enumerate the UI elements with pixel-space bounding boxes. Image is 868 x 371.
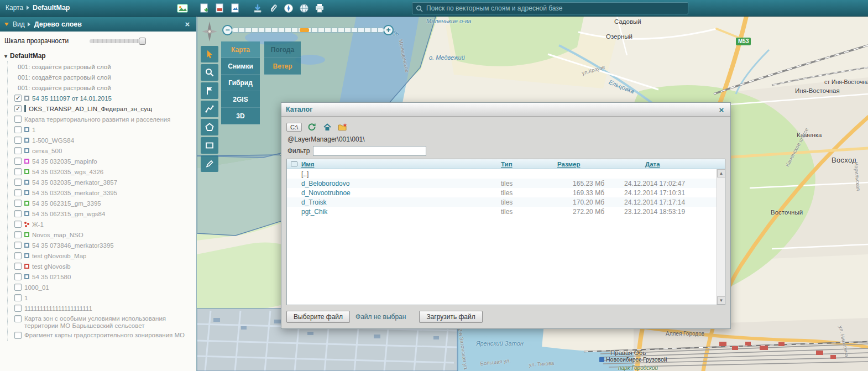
draw-tool-button[interactable] [201,155,218,172]
new-folder-icon[interactable] [337,122,348,132]
layer-item[interactable]: 54 35 032035_merkator_3857 [13,177,194,187]
layer-checkbox[interactable] [14,95,22,102]
layer-item[interactable]: 54 35 032035_merkator_3395 [13,187,194,198]
column-sort-link[interactable]: Дата [645,161,660,168]
screenshot-icon[interactable] [175,1,190,15]
rectangle-tool-button[interactable] [201,137,218,154]
layer-item[interactable]: 54 35 062315_gm_wgs84 [13,208,194,219]
layer-checkbox[interactable] [14,116,22,123]
export-pdf-icon[interactable] [212,1,228,15]
layer-item[interactable]: 1-500_WGS84 [13,135,194,145]
collapse-panel-icon[interactable] [4,23,9,26]
layer-checkbox[interactable] [14,273,22,280]
compass-icon[interactable] [281,1,296,15]
layer-item[interactable]: OKS_TRANSP_AD_LIN_Федерал_зн_сущ [13,103,194,114]
layer-item[interactable]: 54 35 032035_mapinfo [13,156,194,166]
zoom-in-button[interactable] [383,25,394,35]
layer-item[interactable]: Novos_map_NSO [13,229,194,240]
layer-checkbox[interactable] [14,179,22,186]
layer-checkbox[interactable] [14,147,22,154]
layer-checkbox[interactable] [14,200,22,207]
layer-item[interactable]: 54 35 021580 [13,271,194,282]
measure-tool-button[interactable] [201,101,218,117]
basemap-button[interactable]: Карта [221,41,260,58]
upload-file-button[interactable]: Загрузить файл [419,311,482,323]
flag-tool-button[interactable] [201,82,218,99]
scroll-down-arrow[interactable] [717,296,725,305]
export-image-icon[interactable] [228,1,243,15]
layer-checkbox[interactable] [14,189,22,196]
layer-item[interactable]: Карта зон с особыми условиями использова… [13,313,194,330]
overlay-button[interactable]: Ветер [264,58,301,75]
layer-item[interactable]: test gNovosib_Map [13,250,194,261]
search-input[interactable] [426,4,684,12]
layer-checkbox[interactable] [14,294,22,301]
layer-checkbox[interactable] [14,231,22,238]
save-icon[interactable] [197,1,212,15]
layer-item[interactable]: 1000_01 [13,282,194,292]
layer-item[interactable]: 001: создаётся растровый слой [13,72,194,82]
polygon-tool-button[interactable] [201,119,218,135]
layer-item[interactable]: Карата территориального развития и рассе… [13,114,194,124]
column-sort-link[interactable]: Имя [301,161,314,168]
layer-item[interactable]: сетка_500 [13,145,194,156]
layer-item[interactable]: 54 35 111097 от 14.01.2015 [13,93,194,103]
attach-icon[interactable] [265,1,281,15]
layer-item[interactable]: Ж-1 [13,219,194,229]
layer-item[interactable]: Фрагмент карты градостроительного зониро… [13,330,194,341]
layer-item[interactable]: 001: создаётся растровый слой [13,82,194,93]
choose-file-button[interactable]: Выберите файл [286,311,350,323]
dialog-close-button[interactable] [717,105,726,114]
breadcrumb-root[interactable]: Карта [6,4,23,12]
basemap-button[interactable]: 2GIS [221,91,260,108]
zoom-slider-handle[interactable] [300,28,309,32]
layer-checkbox[interactable] [14,305,22,312]
layer-item[interactable]: test gNovosib [13,261,194,271]
layer-item[interactable]: 001: создаётся растровый слой [13,61,194,72]
layer-checkbox[interactable] [14,252,22,259]
zoom-slider[interactable] [232,28,384,33]
overlay-button[interactable]: Погода [264,41,301,58]
layer-checkbox[interactable] [14,242,22,249]
layer-item[interactable]: 1 [13,292,194,303]
layer-item[interactable]: 54 35 073846_merkator3395 [13,240,194,250]
layer-checkbox[interactable] [14,210,22,217]
file-row[interactable]: d_Troisktiles170.20 Мб24.12.2014 17:17:1… [287,197,717,207]
file-row[interactable]: [..] [287,169,717,179]
close-panel-button[interactable] [183,19,192,29]
refresh-icon[interactable] [306,122,317,132]
filter-input[interactable] [313,146,426,156]
tree-root[interactable]: DefaultMap [3,50,194,61]
column-sort-link[interactable]: Размер [557,161,580,168]
basemap-button[interactable]: Снимки [221,58,260,75]
column-sort-link[interactable]: Тип [501,161,513,168]
layer-item[interactable]: 54 35 032035_wgs_4326 [13,166,194,177]
layer-item[interactable]: 1 [13,124,194,135]
opacity-slider-handle[interactable] [139,38,146,45]
file-row[interactable]: d_Novootrubnoetiles169.33 Мб24.12.2014 1… [287,188,717,197]
print-icon[interactable] [312,1,327,15]
zoom-tool-button[interactable] [201,64,218,81]
view-menu[interactable]: Вид [13,20,30,28]
layer-checkbox[interactable] [14,315,22,322]
globe-icon[interactable] [296,1,312,15]
layer-checkbox[interactable] [14,168,22,175]
layer-checkbox[interactable] [14,332,22,339]
select-tool-button[interactable] [201,46,218,62]
layer-item[interactable]: 1111111111111111111111 [13,303,194,313]
scroll-up-arrow[interactable] [717,169,725,177]
basemap-button[interactable]: 3D [221,108,260,124]
layer-checkbox[interactable] [14,284,22,291]
layer-checkbox[interactable] [14,137,22,144]
layer-checkbox[interactable] [14,263,22,270]
tree-expand-icon[interactable] [4,52,7,60]
file-row[interactable]: d_Beloborodovotiles165.23 Мб24.12.2014 1… [287,179,717,188]
dialog-titlebar[interactable]: Каталог [281,103,730,117]
list-scrollbar[interactable] [717,169,725,305]
layer-checkbox[interactable] [14,126,22,133]
opacity-slider[interactable] [90,39,145,43]
layer-checkbox[interactable] [14,158,22,165]
download-icon[interactable] [250,1,265,15]
basemap-button[interactable]: Гибрид [221,75,260,91]
layer-item[interactable]: 54 35 062315_gm_3395 [13,198,194,208]
